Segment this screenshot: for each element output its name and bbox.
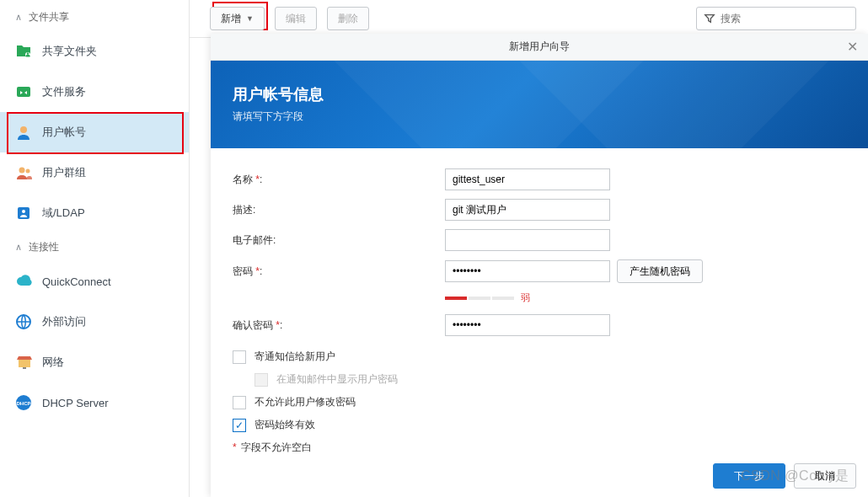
close-icon[interactable]: ✕ (847, 39, 858, 55)
group-icon (15, 164, 32, 181)
generate-password-button[interactable]: 产生随机密码 (617, 259, 703, 283)
search-input[interactable] (721, 13, 849, 24)
section-file-share[interactable]: ∧ 文件共享 (0, 3, 189, 31)
chevron-up-icon: ∧ (15, 12, 22, 23)
add-button[interactable]: 新增 ▼ (210, 7, 265, 30)
dialog-title-bar: 新增用户向导 ✕ (211, 34, 868, 61)
svg-rect-2 (17, 87, 30, 97)
email-input[interactable] (445, 229, 610, 251)
folder-share-icon (15, 43, 32, 60)
password-strength: 弱 (445, 291, 846, 304)
svg-point-5 (26, 169, 30, 174)
checkbox-label: 寄通知信给新用户 (255, 350, 335, 364)
delete-button[interactable]: 删除 (327, 7, 369, 30)
checkbox-disallow-change[interactable]: 不允许此用户修改密码 (233, 395, 846, 409)
banner-subtitle: 请填写下方字段 (233, 110, 846, 124)
checkbox-checked-icon: ✓ (233, 419, 246, 432)
sidebar-item-label: 网络 (42, 355, 64, 370)
confirm-password-input[interactable] (445, 314, 610, 336)
next-button[interactable]: 下一步 (713, 463, 785, 489)
checkbox-never-expire[interactable]: ✓ 密码始终有效 (233, 418, 846, 432)
svg-point-4 (19, 168, 25, 174)
user-icon (15, 124, 32, 141)
sidebar-item-shared-folder[interactable]: 共享文件夹 (0, 31, 189, 72)
sidebar-item-user-group[interactable]: 用户群组 (0, 152, 189, 193)
file-service-icon (15, 83, 32, 100)
checkbox-icon (233, 350, 246, 364)
button-label: 新增 (221, 12, 241, 26)
network-icon (15, 354, 32, 371)
sidebar-item-external-access[interactable]: 外部访问 (0, 302, 189, 342)
checkbox-icon (233, 396, 246, 409)
banner-title: 用户帐号信息 (233, 84, 846, 104)
desc-label: 描述: (233, 203, 445, 217)
sidebar-item-quickconnect[interactable]: QuickConnect (0, 261, 189, 302)
strength-bar (469, 297, 490, 300)
password-input[interactable] (445, 260, 610, 282)
email-label: 电子邮件: (233, 233, 445, 248)
ldap-icon (15, 205, 32, 222)
required-note: * 字段不允许空白 (233, 441, 846, 455)
required-mark: * (276, 319, 280, 331)
cancel-button[interactable]: 取消 (794, 463, 856, 489)
sidebar-item-file-service[interactable]: 文件服务 (0, 72, 189, 112)
required-mark: * (255, 174, 260, 185)
svg-rect-10 (23, 367, 26, 369)
button-label: 删除 (338, 12, 358, 26)
svg-rect-9 (19, 360, 30, 367)
chevron-down-icon: ▼ (246, 14, 254, 23)
cloud-icon (15, 273, 32, 290)
dhcp-icon: DHCP (15, 394, 32, 411)
toolbar: 新增 ▼ 编辑 删除 (190, 0, 868, 38)
sidebar-item-user-account[interactable]: 用户帐号 (0, 112, 189, 152)
strength-label: 弱 (521, 291, 530, 304)
sidebar-item-label: QuickConnect (42, 275, 111, 288)
name-input[interactable] (445, 168, 610, 190)
sidebar-item-dhcp[interactable]: DHCP DHCP Server (0, 382, 189, 423)
sidebar-item-label: 外部访问 (42, 314, 86, 329)
checkbox-icon (255, 373, 268, 387)
user-form: 名称 *: 描述: 电子邮件: 密码 *: 产生随机密码 弱 确认密码 *: (211, 148, 868, 475)
sidebar: ∧ 文件共享 共享文件夹 文件服务 用户帐号 用户群组 域/LDAP ∧ 连接性… (0, 0, 190, 497)
checkbox-show-password: 在通知邮件中显示用户密码 (233, 372, 846, 387)
dialog-banner: 用户帐号信息 请填写下方字段 (211, 61, 868, 148)
search-box[interactable] (696, 7, 856, 30)
globe-icon (15, 313, 32, 330)
required-mark: * (255, 265, 260, 277)
section-label: 文件共享 (29, 10, 69, 24)
confirm-label: 确认密码 (233, 319, 273, 331)
create-user-dialog: 新增用户向导 ✕ 用户帐号信息 请填写下方字段 名称 *: 描述: 电子邮件: … (211, 34, 868, 497)
button-label: 编辑 (286, 12, 306, 26)
svg-point-1 (27, 52, 29, 54)
svg-point-3 (20, 126, 27, 133)
svg-point-7 (22, 210, 25, 213)
dialog-footer: 下一步 取消 (713, 463, 856, 489)
strength-bar (492, 297, 514, 300)
dialog-title: 新增用户向导 (509, 40, 570, 54)
sidebar-item-label: 用户帐号 (42, 125, 86, 140)
sidebar-item-label: 域/LDAP (42, 206, 85, 221)
sidebar-item-network[interactable]: 网络 (0, 342, 189, 382)
edit-button[interactable]: 编辑 (275, 7, 317, 30)
sidebar-item-label: 用户群组 (42, 165, 86, 180)
name-label: 名称 (233, 174, 253, 185)
desc-input[interactable] (445, 199, 610, 221)
section-connectivity[interactable]: ∧ 连接性 (0, 233, 189, 261)
sidebar-item-label: 共享文件夹 (42, 44, 97, 59)
password-label: 密码 (233, 265, 253, 277)
svg-text:DHCP: DHCP (16, 401, 30, 406)
sidebar-item-label: 文件服务 (42, 84, 86, 99)
checkbox-notify-user[interactable]: 寄通知信给新用户 (233, 350, 846, 364)
section-label: 连接性 (29, 240, 59, 254)
strength-bar (445, 297, 467, 300)
filter-icon (704, 13, 715, 24)
checkbox-label: 密码始终有效 (255, 418, 315, 432)
checkbox-label: 在通知邮件中显示用户密码 (276, 372, 398, 387)
sidebar-item-ldap[interactable]: 域/LDAP (0, 193, 189, 233)
chevron-up-icon: ∧ (15, 242, 22, 253)
sidebar-item-label: DHCP Server (42, 397, 109, 409)
checkbox-label: 不允许此用户修改密码 (255, 395, 356, 409)
